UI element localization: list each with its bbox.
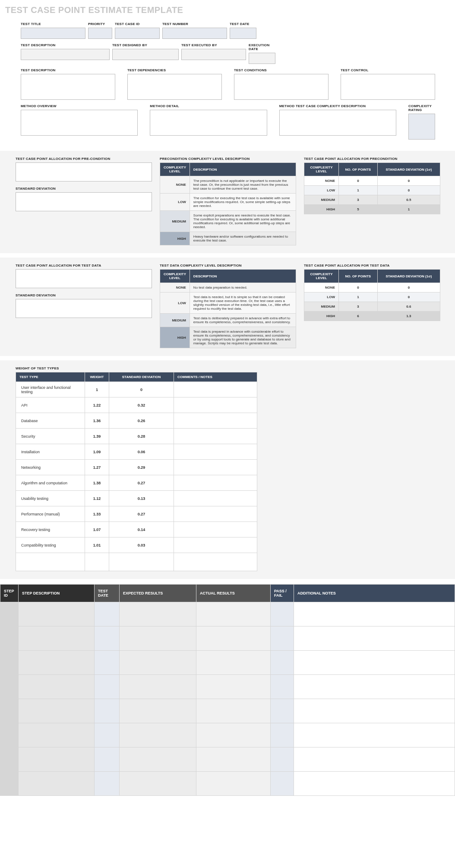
step-sid[interactable] <box>0 747 19 772</box>
step-sid[interactable] <box>0 651 19 675</box>
r3-input-2[interactable] <box>234 74 329 100</box>
r3-label-0: TEST DESCRIPTION <box>21 68 115 72</box>
hdr2-input-0[interactable] <box>21 49 110 60</box>
step-sid[interactable] <box>0 723 19 747</box>
td-alloc-input[interactable] <box>16 269 152 288</box>
r3-input-3[interactable] <box>341 74 435 100</box>
r4-input-0[interactable] <box>21 110 138 136</box>
pre-stddev-input[interactable] <box>16 192 152 211</box>
step-notes[interactable] <box>294 675 455 699</box>
step-exp[interactable] <box>120 675 196 699</box>
step-exp[interactable] <box>120 602 196 626</box>
weight-comment[interactable] <box>174 382 257 397</box>
r3-input-0[interactable] <box>21 74 115 100</box>
step-sid[interactable] <box>0 626 19 651</box>
step-notes[interactable] <box>294 772 455 796</box>
step-tdate[interactable] <box>95 723 120 747</box>
step-notes[interactable] <box>294 699 455 723</box>
hdr1-input-4[interactable] <box>230 28 256 39</box>
step-exp[interactable] <box>120 651 196 675</box>
hdr1-input-0[interactable] <box>21 28 85 39</box>
td-desc-title: TEST DATA COMPLEXITY LEVEL DESCRIPTION <box>160 264 296 267</box>
pre-stddev-label: STANDARD DEVIATION <box>16 187 152 191</box>
step-act[interactable] <box>196 772 271 796</box>
r4-label-0: METHOD OVERVIEW <box>21 104 138 108</box>
hdr2-label-1: TEST DESIGNED BY <box>112 43 179 47</box>
hdr2-input-1[interactable] <box>112 49 179 60</box>
step-act[interactable] <box>196 699 271 723</box>
weight-comment[interactable] <box>174 537 257 553</box>
hdr1-label-2: TEST CASE ID <box>115 22 160 26</box>
step-sid[interactable] <box>0 602 19 626</box>
weights-title: WEIGHT OF TEST TYPES <box>16 366 440 370</box>
step-pf[interactable] <box>271 772 294 796</box>
r4-label-2: METHOD TEST CASE COMPLEXITY DESCRIPTION <box>279 104 396 108</box>
weight-comment[interactable] <box>174 491 257 506</box>
step-sdesc[interactable] <box>19 651 95 675</box>
step-act[interactable] <box>196 747 271 772</box>
step-sid[interactable] <box>0 699 19 723</box>
step-pf[interactable] <box>271 699 294 723</box>
step-notes[interactable] <box>294 651 455 675</box>
pre-alloc-input[interactable] <box>16 162 152 181</box>
step-tdate[interactable] <box>95 699 120 723</box>
step-act[interactable] <box>196 723 271 747</box>
step-sdesc[interactable] <box>19 772 95 796</box>
step-act[interactable] <box>196 651 271 675</box>
step-tdate[interactable] <box>95 772 120 796</box>
step-pf[interactable] <box>271 602 294 626</box>
step-notes[interactable] <box>294 602 455 626</box>
step-sdesc[interactable] <box>19 602 95 626</box>
step-exp[interactable] <box>120 772 196 796</box>
step-pf[interactable] <box>271 626 294 651</box>
step-notes[interactable] <box>294 747 455 772</box>
hdr1-input-3[interactable] <box>162 28 227 39</box>
step-notes[interactable] <box>294 723 455 747</box>
weight-comment[interactable] <box>174 460 257 475</box>
weight-comment[interactable] <box>174 444 257 460</box>
hdr2-input-3[interactable] <box>249 53 275 64</box>
step-act[interactable] <box>196 602 271 626</box>
step-act[interactable] <box>196 626 271 651</box>
hdr1-label-0: TEST TITLE <box>21 22 85 26</box>
weight-comment[interactable] <box>174 522 257 537</box>
step-tdate[interactable] <box>95 626 120 651</box>
r4-input-3[interactable] <box>408 114 435 140</box>
step-exp[interactable] <box>120 626 196 651</box>
td-stddev-input[interactable] <box>16 299 152 318</box>
step-exp[interactable] <box>120 747 196 772</box>
weight-comment[interactable] <box>174 475 257 491</box>
weight-comment[interactable] <box>174 506 257 522</box>
hdr1-input-1[interactable] <box>88 28 112 39</box>
step-sdesc[interactable] <box>19 747 95 772</box>
step-sdesc[interactable] <box>19 699 95 723</box>
step-exp[interactable] <box>120 699 196 723</box>
weight-comment[interactable] <box>174 397 257 413</box>
step-sdesc[interactable] <box>19 723 95 747</box>
step-exp[interactable] <box>120 723 196 747</box>
step-pf[interactable] <box>271 723 294 747</box>
weight-comment[interactable] <box>174 429 257 444</box>
step-sdesc[interactable] <box>19 626 95 651</box>
step-pf[interactable] <box>271 747 294 772</box>
step-notes[interactable] <box>294 626 455 651</box>
weight-comment[interactable] <box>174 413 257 429</box>
r3-input-1[interactable] <box>127 74 222 100</box>
step-pf[interactable] <box>271 651 294 675</box>
r4-input-1[interactable] <box>150 110 267 136</box>
pre-alloc-title: TEST CASE POINT ALLOCATION FOR PRECONDIT… <box>304 157 440 161</box>
weight-comment[interactable] <box>174 553 257 571</box>
step-sid[interactable] <box>0 772 19 796</box>
step-tdate[interactable] <box>95 747 120 772</box>
step-sid[interactable] <box>0 675 19 699</box>
step-tdate[interactable] <box>95 651 120 675</box>
hdr2-input-2[interactable] <box>181 49 246 60</box>
step-sdesc[interactable] <box>19 675 95 699</box>
step-act[interactable] <box>196 675 271 699</box>
r3-label-2: TEST CONDITIONS <box>234 68 329 72</box>
step-tdate[interactable] <box>95 675 120 699</box>
step-pf[interactable] <box>271 675 294 699</box>
r4-input-2[interactable] <box>279 110 396 136</box>
step-tdate[interactable] <box>95 602 120 626</box>
hdr1-input-2[interactable] <box>115 28 160 39</box>
